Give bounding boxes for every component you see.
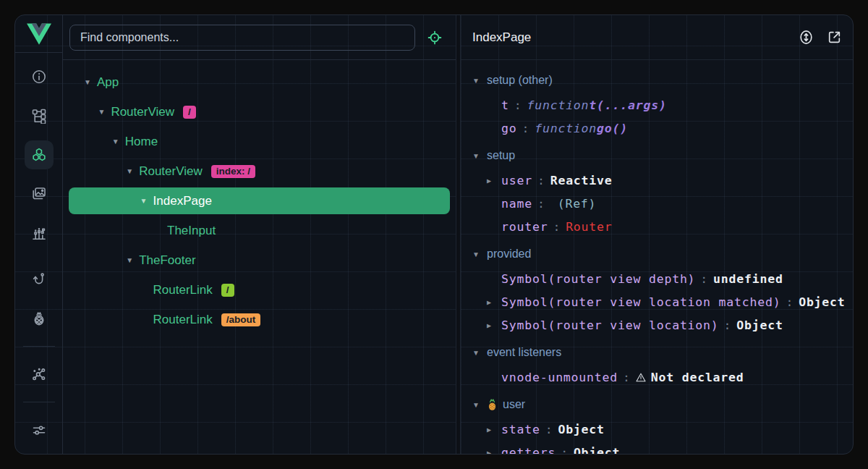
- colon: :: [724, 318, 732, 332]
- route-badge: /about: [221, 313, 261, 326]
- route-badge: index: /: [211, 165, 255, 178]
- inspector-header: IndexPage: [461, 15, 853, 60]
- route-badge: /: [221, 284, 234, 297]
- tree-item-routerview[interactable]: ▼RouterView/: [63, 97, 456, 127]
- components-toolbar: [63, 15, 456, 60]
- state-value: Object: [574, 446, 620, 455]
- tree-item-app[interactable]: ▼App: [63, 67, 456, 97]
- sidebar-item-info[interactable]: [25, 62, 54, 91]
- row-expand-icon[interactable]: ▶: [487, 449, 501, 455]
- vue-logo[interactable]: [15, 15, 62, 53]
- function-keyword: function: [527, 98, 589, 112]
- colon: :: [537, 197, 545, 211]
- assets-icon: [31, 186, 47, 202]
- state-row-state[interactable]: ▶state:Object: [461, 418, 853, 441]
- route-badge: /: [183, 106, 196, 119]
- sidebar-rail: [15, 15, 63, 454]
- section-user[interactable]: ▼user: [461, 392, 853, 418]
- settings-icon: [31, 422, 47, 438]
- tree-item-label: Home: [125, 135, 158, 149]
- row-expand-icon[interactable]: ▶: [487, 298, 501, 306]
- sidebar-item-components[interactable]: [25, 140, 54, 169]
- expand-arrow-icon: ▼: [472, 77, 487, 85]
- router-icon: [31, 271, 47, 287]
- section-setup[interactable]: ▼setup: [461, 143, 853, 169]
- search-input[interactable]: [69, 25, 415, 51]
- tree-item-label: RouterLink: [153, 313, 213, 327]
- expand-arrow-icon[interactable]: ▼: [140, 197, 153, 205]
- state-row-symbol-router-view-location-[interactable]: ▶Symbol(router view location):Object: [461, 313, 853, 337]
- sidebar-item-router[interactable]: [25, 265, 54, 294]
- state-key: Symbol(router view depth): [501, 272, 695, 286]
- state-value: Reactive: [550, 174, 613, 187]
- state-row-vnode-unmounted: vnode-unmounted:Not declared: [461, 366, 853, 389]
- components-panel: ▼App▼RouterView/▼Home▼RouterViewindex: /…: [63, 15, 456, 454]
- state-key: Symbol(router view location): [501, 318, 719, 332]
- sidebar-item-component-tree[interactable]: [25, 101, 54, 130]
- colon: :: [545, 423, 553, 436]
- state-value: Object: [736, 318, 783, 332]
- sidebar-item-timeline[interactable]: [25, 219, 54, 248]
- component-tree: ▼App▼RouterView/▼Home▼RouterViewindex: /…: [63, 60, 456, 454]
- tree-item-indexpage[interactable]: ▼IndexPage: [69, 187, 450, 214]
- colon: :: [561, 446, 569, 455]
- state-row-user[interactable]: ▶user:Reactive: [461, 169, 853, 192]
- rail-divider: [23, 402, 55, 402]
- sidebar-icon-list: [15, 53, 62, 454]
- state-key: name: [501, 197, 532, 211]
- expand-arrow-icon: ▼: [472, 152, 487, 160]
- rail-divider: [23, 346, 55, 347]
- inspector-panel: IndexPage ▼setup (other)t:function t(...…: [461, 15, 853, 454]
- tree-item-home[interactable]: ▼Home: [63, 127, 456, 156]
- state-key: router: [501, 220, 548, 234]
- state-key: user: [501, 174, 532, 187]
- tree-item-theinput[interactable]: TheInput: [63, 216, 456, 245]
- sidebar-item-graph[interactable]: [25, 360, 54, 389]
- expand-arrow-icon[interactable]: ▼: [112, 138, 125, 145]
- tree-item-label: TheFooter: [139, 253, 195, 268]
- state-value: Object: [558, 423, 604, 436]
- select-component-button[interactable]: [427, 30, 443, 46]
- colon: :: [700, 272, 708, 286]
- section-setup-other-[interactable]: ▼setup (other): [461, 67, 853, 93]
- expand-arrow-icon: ▼: [472, 349, 487, 357]
- state-value: Object: [799, 295, 845, 309]
- state-key: t: [501, 98, 509, 112]
- expand-arrow-icon[interactable]: ▼: [126, 167, 139, 175]
- expand-arrow-icon[interactable]: ▼: [98, 108, 111, 116]
- section-label: user: [503, 398, 525, 411]
- panel-splitter[interactable]: [456, 15, 461, 454]
- sidebar-item-assets[interactable]: [25, 179, 54, 208]
- state-value: (Ref): [558, 197, 597, 211]
- sidebar-item-settings[interactable]: [25, 415, 54, 444]
- info-icon: [31, 69, 47, 85]
- row-expand-icon[interactable]: ▶: [487, 321, 501, 329]
- colon: :: [553, 220, 561, 234]
- tree-item-routerview[interactable]: ▼RouterViewindex: /: [63, 156, 456, 186]
- scroll-to-component-button[interactable]: [798, 29, 814, 46]
- target-icon: [427, 30, 443, 46]
- section-provided[interactable]: ▼provided: [461, 241, 853, 267]
- state-row-name: name:(Ref): [461, 192, 853, 215]
- expand-arrow-icon[interactable]: ▼: [84, 78, 97, 86]
- colon: :: [537, 174, 545, 187]
- colon: :: [522, 122, 529, 135]
- graph-icon: [31, 366, 47, 382]
- state-row-symbol-router-view-location-matched-[interactable]: ▶Symbol(router view location matched):Ob…: [461, 290, 853, 313]
- tree-item-routerlink[interactable]: RouterLink/about: [63, 305, 456, 334]
- row-expand-icon[interactable]: ▶: [487, 177, 501, 185]
- tree-item-label: App: [97, 75, 119, 90]
- open-in-editor-icon: [826, 29, 843, 46]
- section-label: setup: [487, 149, 515, 162]
- tree-item-routerlink[interactable]: RouterLink/: [63, 275, 456, 305]
- inspector-state: ▼setup (other)t:function t(...args)go:fu…: [461, 60, 853, 454]
- section-label: provided: [487, 248, 531, 261]
- state-row-getters[interactable]: ▶getters:Object: [461, 441, 853, 454]
- open-in-editor-button[interactable]: [826, 29, 843, 46]
- section-label: setup (other): [487, 74, 553, 87]
- section-event-listeners[interactable]: ▼event listeners: [461, 339, 853, 366]
- tree-item-thefooter[interactable]: ▼TheFooter: [63, 245, 456, 275]
- expand-arrow-icon[interactable]: ▼: [126, 256, 139, 264]
- sidebar-item-pinia[interactable]: [25, 304, 54, 333]
- row-expand-icon[interactable]: ▶: [487, 426, 501, 434]
